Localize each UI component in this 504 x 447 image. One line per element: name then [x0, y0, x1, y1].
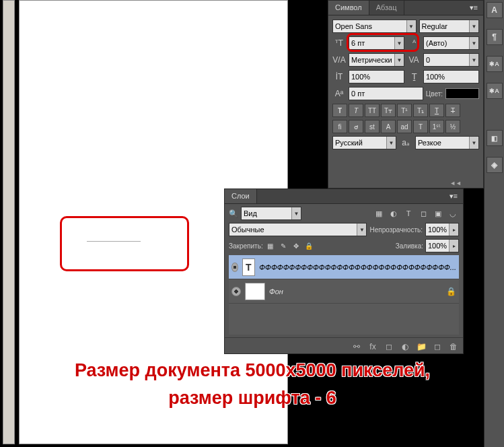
- right-dock: A ¶ ✱A ✱A ◧ ◈: [484, 0, 504, 447]
- aa-icon: aₐ: [399, 136, 412, 149]
- layer-thumbnail[interactable]: [245, 283, 265, 300]
- ordinals-button[interactable]: T: [413, 120, 428, 133]
- font-style-field[interactable]: ▼: [419, 20, 480, 33]
- dock-paragraph-icon[interactable]: ¶: [487, 29, 503, 45]
- new-layer-button[interactable]: ◻: [431, 341, 444, 353]
- delete-layer-button[interactable]: 🗑: [447, 341, 460, 353]
- lock-pixels-button[interactable]: ✎: [278, 240, 289, 251]
- kerning-field[interactable]: ▼: [349, 53, 404, 67]
- collapse-panel-icon[interactable]: ◄◄: [449, 180, 462, 186]
- dock-layers-icon[interactable]: ◧: [487, 130, 503, 146]
- swash-button[interactable]: ơ: [349, 120, 363, 133]
- baseline-icon: Aª: [332, 87, 346, 100]
- hscale-icon: Ṯ: [407, 70, 421, 83]
- fill-field[interactable]: ▸: [425, 239, 459, 252]
- smallcaps-button[interactable]: Tᴛ: [381, 104, 396, 117]
- visibility-toggle[interactable]: [231, 263, 238, 272]
- character-panel: ◄◄ Символ Абзац ▾≡ ▼ ▼ ᵀT: [328, 0, 484, 188]
- vertical-scrollbar[interactable]: [3, 0, 15, 444]
- opacity-label: Непрозрачность:: [369, 226, 423, 234]
- layer-row[interactable]: Фон 🔒: [229, 279, 459, 304]
- kerning-icon: V/A: [332, 53, 346, 67]
- layer-row[interactable]: T ФФФФФФФФФФФФФФФФФФФФФФФФФФФФФФФФ...: [229, 255, 459, 279]
- dock-parastyles-icon[interactable]: ✱A: [487, 83, 503, 99]
- chevron-down-icon[interactable]: ▼: [406, 20, 416, 32]
- lock-transparency-button[interactable]: ▦: [265, 240, 276, 251]
- filter-smart-icon[interactable]: ▣: [432, 207, 444, 219]
- superscript-button[interactable]: T¹: [397, 104, 412, 117]
- hscale-field[interactable]: [423, 70, 479, 83]
- leading-icon: ᴬ: [407, 36, 421, 50]
- filter-pixel-icon[interactable]: ▦: [373, 207, 385, 219]
- fractions-button[interactable]: ½: [445, 120, 460, 133]
- chevron-down-icon[interactable]: ▼: [394, 54, 404, 66]
- chevron-down-icon[interactable]: ▼: [394, 37, 404, 49]
- chevron-down-icon[interactable]: ▸: [449, 240, 458, 252]
- layer-name[interactable]: ФФФФФФФФФФФФФФФФФФФФФФФФФФФФФФФФ...: [259, 263, 456, 271]
- chevron-down-icon[interactable]: ▼: [291, 207, 301, 219]
- italic-button[interactable]: T: [349, 104, 363, 117]
- layer-name[interactable]: Фон: [269, 287, 442, 296]
- chevron-down-icon[interactable]: ▼: [469, 37, 478, 49]
- font-family-field[interactable]: ▼: [332, 20, 417, 33]
- chevron-down-icon[interactable]: ▼: [386, 137, 396, 149]
- lining-button[interactable]: 1ˢᵗ: [429, 120, 444, 133]
- blend-mode-field[interactable]: ▼: [229, 223, 367, 236]
- color-label: Цвет:: [426, 90, 443, 98]
- opacity-field[interactable]: ▸: [425, 223, 459, 236]
- titling-button[interactable]: A: [381, 120, 396, 133]
- layer-thumbnail[interactable]: T: [242, 259, 256, 276]
- lock-position-button[interactable]: ✥: [291, 240, 301, 251]
- tracking-field[interactable]: ▼: [423, 53, 479, 67]
- tab-layers[interactable]: Слои: [225, 189, 257, 203]
- link-layers-button[interactable]: ⚯: [350, 341, 363, 353]
- tab-paragraph[interactable]: Абзац: [369, 1, 404, 15]
- vscale-field[interactable]: [349, 70, 404, 83]
- lock-all-button[interactable]: 🔒: [303, 240, 314, 251]
- tracking-icon: VA: [407, 53, 421, 67]
- filter-adjust-icon[interactable]: ◐: [388, 207, 400, 219]
- visibility-toggle[interactable]: [231, 287, 241, 296]
- layer-mask-button[interactable]: ◻: [382, 341, 396, 353]
- dock-character-icon[interactable]: A: [487, 2, 503, 18]
- bold-button[interactable]: T: [332, 104, 347, 117]
- leading-field[interactable]: ▼: [423, 36, 479, 50]
- chevron-down-icon[interactable]: ▼: [469, 54, 478, 66]
- fill-label: Заливка:: [396, 242, 423, 250]
- group-button[interactable]: 📁: [415, 341, 428, 353]
- tiny-text-sample: [87, 241, 141, 242]
- filter-shape-icon[interactable]: ◻: [417, 207, 429, 219]
- lock-label: Закрепить:: [229, 242, 263, 250]
- subscript-button[interactable]: T₁: [413, 104, 428, 117]
- layer-list: T ФФФФФФФФФФФФФФФФФФФФФФФФФФФФФФФФ... Фо…: [229, 255, 459, 335]
- filter-kind-field[interactable]: ▼: [241, 207, 301, 220]
- lock-icon: 🔒: [446, 287, 456, 296]
- strikethrough-button[interactable]: T: [445, 104, 460, 117]
- chevron-down-icon[interactable]: ▼: [357, 224, 366, 236]
- adjustment-layer-button[interactable]: ◐: [398, 341, 412, 353]
- layer-fx-button[interactable]: fx: [366, 341, 380, 353]
- panel-menu-icon[interactable]: ▾≡: [444, 189, 463, 203]
- antialias-field[interactable]: ▼: [415, 136, 479, 149]
- font-size-field[interactable]: ▼: [349, 36, 404, 50]
- language-field[interactable]: ▼: [332, 136, 396, 149]
- chevron-down-icon[interactable]: ▼: [469, 20, 478, 32]
- tab-character[interactable]: Символ: [328, 1, 369, 15]
- font-size-icon: ᵀT: [332, 36, 346, 50]
- search-icon: 🔍: [229, 209, 238, 218]
- underline-button[interactable]: T: [429, 104, 444, 117]
- dock-cube-icon[interactable]: ◈: [487, 157, 503, 173]
- allcaps-button[interactable]: TT: [365, 104, 380, 117]
- chevron-down-icon[interactable]: ▼: [469, 137, 478, 149]
- filter-toggle-icon[interactable]: ◡: [447, 207, 459, 219]
- ligature-fi-button[interactable]: fi: [332, 120, 347, 133]
- annotation-highlight-1: [60, 216, 189, 271]
- stylistic-button[interactable]: st: [365, 120, 380, 133]
- text-color-swatch[interactable]: [445, 88, 479, 99]
- filter-type-icon[interactable]: T: [402, 207, 415, 219]
- dock-styles-icon[interactable]: ✱A: [487, 56, 503, 72]
- baseline-field[interactable]: [349, 87, 423, 100]
- contextual-button[interactable]: ad: [397, 120, 412, 133]
- panel-menu-icon[interactable]: ▾≡: [464, 1, 483, 15]
- chevron-down-icon[interactable]: ▸: [449, 224, 458, 236]
